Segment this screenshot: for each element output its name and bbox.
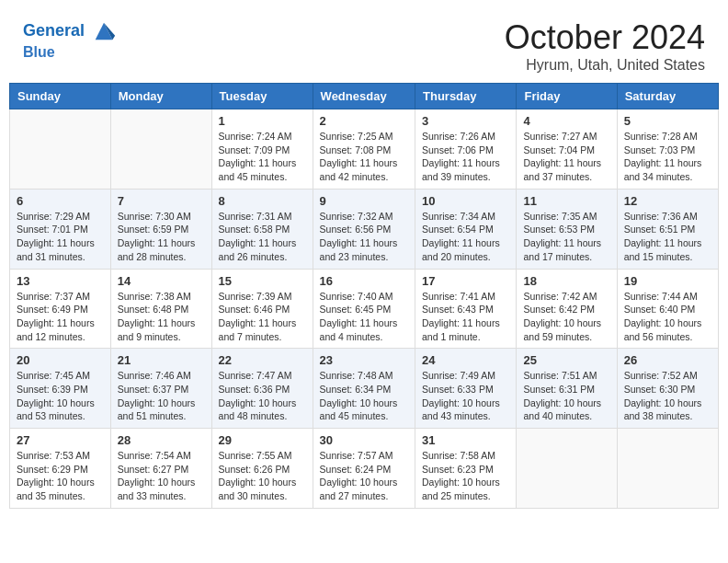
day-number: 11: [523, 194, 609, 208]
day-number: 3: [422, 114, 509, 128]
day-info: Sunrise: 7:48 AMSunset: 6:34 PMDaylight:…: [320, 369, 408, 423]
day-info: Sunrise: 7:32 AMSunset: 6:56 PMDaylight:…: [320, 210, 408, 264]
calendar-cell: 30Sunrise: 7:57 AMSunset: 6:24 PMDayligh…: [313, 429, 415, 509]
title-block: October 2024 Hyrum, Utah, United States: [505, 18, 705, 74]
logo-text: General: [23, 18, 117, 44]
calendar-cell: [110, 109, 211, 190]
calendar-week-row: 6Sunrise: 7:29 AMSunset: 7:01 PMDaylight…: [10, 189, 719, 269]
weekday-header: Thursday: [415, 84, 517, 109]
calendar-header-row: SundayMondayTuesdayWednesdayThursdayFrid…: [10, 84, 719, 109]
calendar-cell: 20Sunrise: 7:45 AMSunset: 6:39 PMDayligh…: [10, 349, 111, 429]
day-info: Sunrise: 7:47 AMSunset: 6:36 PMDaylight:…: [219, 369, 306, 423]
day-number: 8: [219, 194, 306, 208]
day-info: Sunrise: 7:25 AMSunset: 7:08 PMDaylight:…: [320, 130, 408, 184]
calendar-cell: 18Sunrise: 7:42 AMSunset: 6:42 PMDayligh…: [517, 269, 617, 349]
calendar-cell: 14Sunrise: 7:38 AMSunset: 6:48 PMDayligh…: [110, 269, 211, 349]
day-number: 4: [523, 114, 609, 128]
day-number: 7: [118, 194, 205, 208]
calendar-cell: 12Sunrise: 7:36 AMSunset: 6:51 PMDayligh…: [617, 189, 718, 269]
calendar-cell: 10Sunrise: 7:34 AMSunset: 6:54 PMDayligh…: [415, 189, 517, 269]
weekday-header: Tuesday: [211, 84, 313, 109]
day-info: Sunrise: 7:31 AMSunset: 6:58 PMDaylight:…: [219, 210, 306, 264]
day-info: Sunrise: 7:53 AMSunset: 6:29 PMDaylight:…: [17, 449, 104, 503]
day-info: Sunrise: 7:28 AMSunset: 7:03 PMDaylight:…: [624, 130, 711, 184]
calendar-week-row: 27Sunrise: 7:53 AMSunset: 6:29 PMDayligh…: [10, 429, 719, 509]
calendar-cell: 8Sunrise: 7:31 AMSunset: 6:58 PMDaylight…: [211, 189, 313, 269]
calendar-cell: 3Sunrise: 7:26 AMSunset: 7:06 PMDaylight…: [415, 109, 517, 190]
calendar-cell: 23Sunrise: 7:48 AMSunset: 6:34 PMDayligh…: [313, 349, 415, 429]
weekday-header: Monday: [110, 84, 211, 109]
day-info: Sunrise: 7:27 AMSunset: 7:04 PMDaylight:…: [523, 130, 609, 184]
day-number: 5: [624, 114, 711, 128]
calendar-cell: 26Sunrise: 7:52 AMSunset: 6:30 PMDayligh…: [617, 349, 718, 429]
location: Hyrum, Utah, United States: [505, 57, 705, 74]
calendar-cell: 25Sunrise: 7:51 AMSunset: 6:31 PMDayligh…: [517, 349, 617, 429]
weekday-header: Wednesday: [313, 84, 415, 109]
day-number: 18: [523, 274, 609, 288]
calendar-cell: 22Sunrise: 7:47 AMSunset: 6:36 PMDayligh…: [211, 349, 313, 429]
calendar-cell: 29Sunrise: 7:55 AMSunset: 6:26 PMDayligh…: [211, 429, 313, 509]
day-info: Sunrise: 7:26 AMSunset: 7:06 PMDaylight:…: [422, 130, 509, 184]
day-info: Sunrise: 7:57 AMSunset: 6:24 PMDaylight:…: [320, 449, 408, 503]
calendar-cell: [10, 109, 111, 190]
day-number: 24: [422, 353, 509, 367]
day-info: Sunrise: 7:34 AMSunset: 6:54 PMDaylight:…: [422, 210, 509, 264]
day-number: 25: [523, 353, 609, 367]
day-info: Sunrise: 7:42 AMSunset: 6:42 PMDaylight:…: [523, 290, 609, 344]
day-info: Sunrise: 7:38 AMSunset: 6:48 PMDaylight:…: [118, 290, 205, 344]
calendar-week-row: 20Sunrise: 7:45 AMSunset: 6:39 PMDayligh…: [10, 349, 719, 429]
day-info: Sunrise: 7:35 AMSunset: 6:53 PMDaylight:…: [523, 210, 609, 264]
day-info: Sunrise: 7:52 AMSunset: 6:30 PMDaylight:…: [624, 369, 711, 423]
calendar-cell: 11Sunrise: 7:35 AMSunset: 6:53 PMDayligh…: [517, 189, 617, 269]
day-number: 9: [320, 194, 408, 208]
page-header: General Blue October 2024 Hyrum, Utah, U…: [9, 9, 719, 78]
day-info: Sunrise: 7:39 AMSunset: 6:46 PMDaylight:…: [219, 290, 306, 344]
day-number: 27: [17, 433, 104, 447]
calendar-cell: [517, 429, 617, 509]
calendar-cell: 4Sunrise: 7:27 AMSunset: 7:04 PMDaylight…: [517, 109, 617, 190]
day-info: Sunrise: 7:36 AMSunset: 6:51 PMDaylight:…: [624, 210, 711, 264]
month-title: October 2024: [505, 18, 705, 57]
calendar-cell: 24Sunrise: 7:49 AMSunset: 6:33 PMDayligh…: [415, 349, 517, 429]
calendar-cell: 28Sunrise: 7:54 AMSunset: 6:27 PMDayligh…: [110, 429, 211, 509]
day-info: Sunrise: 7:46 AMSunset: 6:37 PMDaylight:…: [118, 369, 205, 423]
day-info: Sunrise: 7:29 AMSunset: 7:01 PMDaylight:…: [17, 210, 104, 264]
day-info: Sunrise: 7:44 AMSunset: 6:40 PMDaylight:…: [624, 290, 711, 344]
day-number: 2: [320, 114, 408, 128]
calendar-cell: 5Sunrise: 7:28 AMSunset: 7:03 PMDaylight…: [617, 109, 718, 190]
calendar-cell: 21Sunrise: 7:46 AMSunset: 6:37 PMDayligh…: [110, 349, 211, 429]
day-info: Sunrise: 7:24 AMSunset: 7:09 PMDaylight:…: [219, 130, 306, 184]
calendar-cell: 31Sunrise: 7:58 AMSunset: 6:23 PMDayligh…: [415, 429, 517, 509]
day-info: Sunrise: 7:37 AMSunset: 6:49 PMDaylight:…: [17, 290, 104, 344]
day-info: Sunrise: 7:55 AMSunset: 6:26 PMDaylight:…: [219, 449, 306, 503]
calendar-cell: 17Sunrise: 7:41 AMSunset: 6:43 PMDayligh…: [415, 269, 517, 349]
day-info: Sunrise: 7:41 AMSunset: 6:43 PMDaylight:…: [422, 290, 509, 344]
day-number: 29: [219, 433, 306, 447]
day-info: Sunrise: 7:30 AMSunset: 6:59 PMDaylight:…: [118, 210, 205, 264]
calendar-cell: 9Sunrise: 7:32 AMSunset: 6:56 PMDaylight…: [313, 189, 415, 269]
day-number: 17: [422, 274, 509, 288]
weekday-header: Saturday: [617, 84, 718, 109]
weekday-header: Sunday: [10, 84, 111, 109]
day-number: 12: [624, 194, 711, 208]
calendar-week-row: 13Sunrise: 7:37 AMSunset: 6:49 PMDayligh…: [10, 269, 719, 349]
calendar-cell: 15Sunrise: 7:39 AMSunset: 6:46 PMDayligh…: [211, 269, 313, 349]
calendar-cell: 19Sunrise: 7:44 AMSunset: 6:40 PMDayligh…: [617, 269, 718, 349]
day-number: 31: [422, 433, 509, 447]
day-info: Sunrise: 7:45 AMSunset: 6:39 PMDaylight:…: [17, 369, 104, 423]
day-number: 6: [17, 194, 104, 208]
calendar-cell: [617, 429, 718, 509]
day-number: 1: [219, 114, 306, 128]
day-number: 20: [17, 353, 104, 367]
day-number: 10: [422, 194, 509, 208]
weekday-header: Friday: [517, 84, 617, 109]
day-number: 16: [320, 274, 408, 288]
day-number: 23: [320, 353, 408, 367]
calendar-cell: 7Sunrise: 7:30 AMSunset: 6:59 PMDaylight…: [110, 189, 211, 269]
calendar-cell: 27Sunrise: 7:53 AMSunset: 6:29 PMDayligh…: [10, 429, 111, 509]
day-number: 28: [118, 433, 205, 447]
calendar-cell: 6Sunrise: 7:29 AMSunset: 7:01 PMDaylight…: [10, 189, 111, 269]
day-number: 22: [219, 353, 306, 367]
day-info: Sunrise: 7:40 AMSunset: 6:45 PMDaylight:…: [320, 290, 408, 344]
calendar-cell: 13Sunrise: 7:37 AMSunset: 6:49 PMDayligh…: [10, 269, 111, 349]
